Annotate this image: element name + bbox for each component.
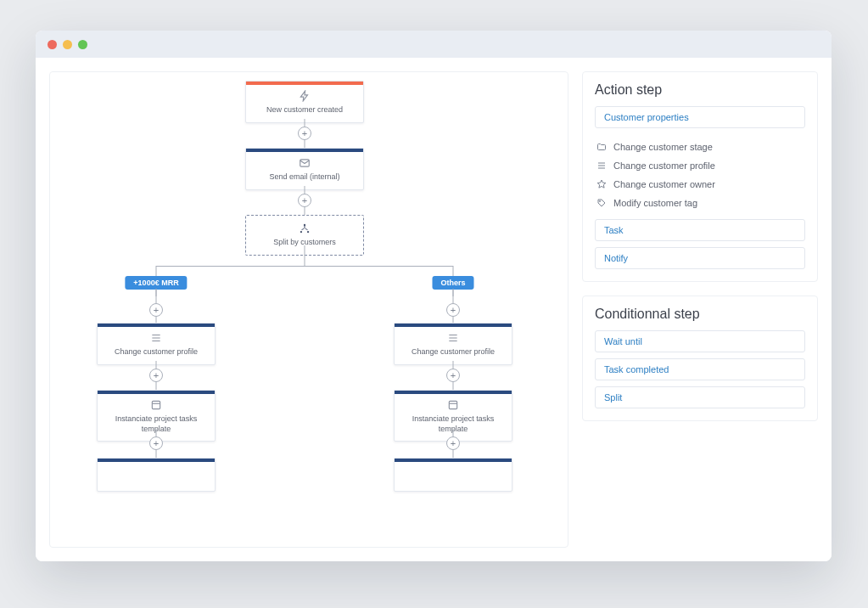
panel-conditional-step: Conditionnal step Wait until Task comple…: [582, 296, 818, 421]
branch-badge-a[interactable]: +1000€ MRR: [125, 276, 187, 290]
sidebar: Action step Customer properties Change c…: [582, 71, 818, 548]
lightning-icon: [299, 90, 311, 102]
branch-badge-b[interactable]: Others: [432, 276, 473, 290]
folder-icon: [596, 142, 607, 152]
workflow-canvas[interactable]: New customer created + Send email (inter…: [49, 71, 568, 548]
option-task-completed[interactable]: Task completed: [595, 358, 805, 380]
svg-rect-5: [449, 401, 456, 408]
subitem-label: Change customer stage: [613, 142, 713, 152]
subitem-change-owner[interactable]: Change customer owner: [595, 175, 805, 194]
option-notify[interactable]: Notify: [595, 247, 805, 269]
add-step-button[interactable]: +: [298, 194, 311, 207]
svg-point-3: [307, 231, 309, 233]
option-task[interactable]: Task: [595, 219, 805, 241]
add-step-button[interactable]: +: [446, 369, 460, 382]
window-titlebar: [36, 31, 832, 58]
node-placeholder-a[interactable]: [97, 458, 216, 492]
template-icon: [150, 399, 162, 411]
subitem-change-profile[interactable]: Change customer profile: [595, 156, 805, 175]
panel-action-step: Action step Customer properties Change c…: [582, 71, 818, 282]
add-step-button[interactable]: +: [149, 436, 163, 450]
add-step-button[interactable]: +: [298, 127, 311, 140]
list-icon: [596, 160, 607, 171]
panel-title: Conditionnal step: [595, 307, 805, 322]
subitem-label: Change customer profile: [613, 160, 715, 171]
star-icon: [596, 179, 607, 189]
add-step-button[interactable]: +: [149, 303, 163, 317]
node-trigger[interactable]: New customer created: [245, 81, 364, 123]
svg-point-6: [599, 200, 600, 201]
customer-properties-subitems: Change customer stage Change customer pr…: [595, 134, 805, 219]
option-wait-until[interactable]: Wait until: [595, 330, 805, 352]
window-minimize-dot[interactable]: [63, 40, 72, 49]
node-change-profile-a[interactable]: Change customer profile: [97, 323, 216, 365]
node-change-profile-b[interactable]: Change customer profile: [394, 323, 512, 365]
mail-icon: [299, 157, 311, 169]
window-zoom-dot[interactable]: [78, 40, 87, 49]
app-content: New customer created + Send email (inter…: [36, 58, 832, 561]
subitem-modify-tag[interactable]: Modify customer tag: [595, 194, 805, 212]
node-label: Change customer profile: [412, 347, 495, 357]
svg-rect-4: [152, 401, 160, 408]
connector: [156, 266, 453, 267]
add-step-button[interactable]: +: [446, 436, 460, 450]
panel-title: Action step: [595, 82, 805, 98]
svg-point-2: [300, 231, 302, 233]
svg-point-1: [304, 224, 305, 226]
option-split[interactable]: Split: [595, 386, 805, 408]
node-label: Send email (internal): [269, 172, 339, 183]
subitem-label: Change customer owner: [613, 179, 715, 189]
browser-window: New customer created + Send email (inter…: [36, 31, 832, 561]
connector: [305, 245, 305, 266]
list-icon: [150, 332, 162, 344]
window-close-dot[interactable]: [48, 40, 57, 49]
template-icon: [447, 399, 459, 411]
branch-icon: [299, 222, 311, 234]
subitem-label: Modify customer tag: [613, 198, 697, 208]
node-label: Change customer profile: [115, 347, 198, 357]
node-label: New customer created: [266, 105, 343, 115]
option-customer-properties[interactable]: Customer properties: [595, 106, 805, 128]
node-placeholder-b[interactable]: [394, 458, 512, 492]
list-icon: [447, 332, 459, 344]
add-step-button[interactable]: +: [149, 369, 163, 382]
add-step-button[interactable]: +: [446, 303, 460, 317]
subitem-change-stage[interactable]: Change customer stage: [595, 138, 805, 156]
node-send-email[interactable]: Send email (internal): [245, 148, 364, 190]
tag-icon: [596, 198, 607, 208]
